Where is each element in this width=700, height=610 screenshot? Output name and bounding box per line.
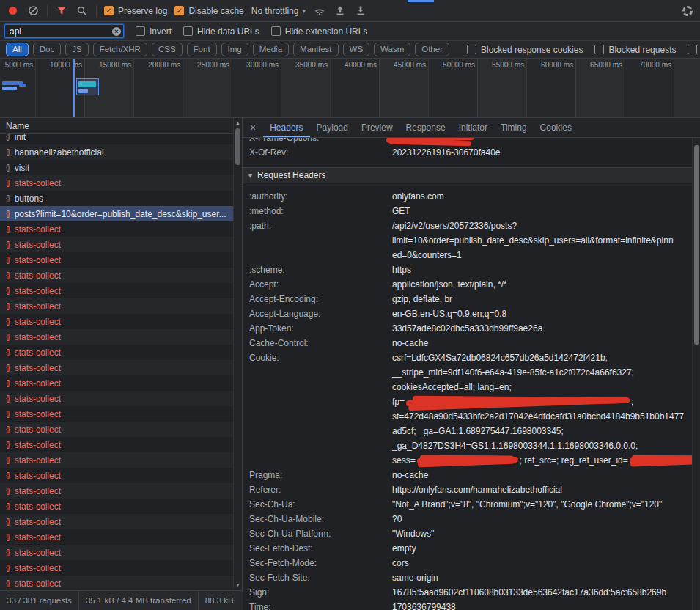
request-row[interactable]: {}stats-collect — [0, 391, 233, 406]
request-row[interactable]: {}stats-collect — [0, 437, 233, 452]
checkbox-checked-icon[interactable]: ✓ — [104, 6, 114, 15]
clear-button[interactable] — [26, 4, 40, 18]
request-row[interactable]: {}stats-collect — [0, 514, 233, 529]
header-value: 1703636799438 — [392, 600, 692, 610]
record-button[interactable] — [6, 4, 19, 18]
import-har-button[interactable] — [334, 4, 347, 18]
search-button[interactable] — [75, 4, 89, 18]
script-icon: {} — [6, 225, 10, 233]
scroll-down-icon[interactable]: ▼ — [234, 581, 242, 589]
filter-toggle-3rd-party-requests[interactable]: 3rd-party requests — [688, 45, 700, 55]
hide-extension-urls-toggle[interactable]: Hide extension URLs — [271, 26, 368, 37]
request-row[interactable]: {}hannahelizabethofficial — [0, 144, 233, 160]
header-value: en-GB,en-US;q=0.9,en;q=0.8 — [392, 306, 692, 321]
filter-chip-media[interactable]: Media — [253, 43, 289, 56]
checkbox-icon[interactable] — [688, 45, 697, 54]
request-row[interactable]: {}stats-collect — [0, 252, 233, 268]
scrollbar-thumb[interactable] — [235, 128, 240, 165]
filter-chip-css[interactable]: CSS — [152, 43, 183, 56]
request-row[interactable]: {}posts?limit=10&order=publish_date_desc… — [0, 206, 233, 221]
request-row[interactable]: {}stats-collect — [0, 406, 233, 422]
header-row: App-Token:33d57ade8c02dbc5a333db99ff9ae2… — [243, 321, 692, 336]
export-har-button[interactable] — [354, 4, 367, 18]
request-row[interactable]: {}stats-collect — [0, 175, 233, 191]
request-name: visit — [15, 163, 30, 173]
request-row[interactable]: {}stats-collect — [0, 422, 233, 437]
request-row[interactable]: {}stats-collect — [0, 545, 233, 560]
tab-response[interactable]: Response — [399, 118, 452, 137]
checkbox-icon[interactable] — [467, 45, 476, 54]
invert-toggle[interactable]: Invert — [136, 26, 172, 37]
request-list-scrollbar[interactable]: ▲ ▼ — [233, 118, 242, 590]
request-row[interactable]: {}stats-collect — [0, 360, 233, 375]
time-label: 40000 ms — [325, 61, 377, 69]
request-row[interactable]: {}stats-collect — [0, 452, 233, 468]
chevron-down-icon: ▾ — [302, 7, 306, 15]
checkbox-icon[interactable] — [136, 26, 145, 36]
network-conditions-button[interactable] — [313, 4, 326, 18]
tab-headers[interactable]: Headers — [263, 118, 309, 137]
filter-chip-manifest[interactable]: Manifest — [293, 43, 338, 56]
tab-timing[interactable]: Timing — [494, 118, 534, 137]
request-row[interactable]: {}stats-collect — [0, 375, 233, 391]
filter-chip-other[interactable]: Other — [415, 43, 449, 56]
checkbox-icon[interactable] — [183, 26, 193, 36]
request-row[interactable]: {}stats-collect — [0, 529, 233, 545]
detail-scrollbar[interactable] — [692, 138, 700, 610]
tab-preview[interactable]: Preview — [355, 118, 399, 137]
filter-chip-doc[interactable]: Doc — [33, 43, 61, 56]
clear-filter-icon[interactable]: × — [112, 27, 121, 36]
request-row[interactable]: {}stats-collect — [0, 483, 233, 499]
request-headers-section[interactable]: ▾ Request Headers — [243, 167, 692, 183]
tab-cookies[interactable]: Cookies — [534, 118, 578, 137]
request-row[interactable]: {}stats-collect — [0, 298, 233, 314]
request-row[interactable]: {}stats-collect — [0, 283, 233, 298]
disclosure-caret-icon[interactable]: ▾ — [248, 172, 252, 180]
scrollbar-thumb[interactable] — [694, 145, 699, 345]
request-row[interactable]: {}stats-collect — [0, 237, 233, 252]
checkbox-icon[interactable] — [271, 26, 281, 36]
request-row[interactable]: {}stats-collect — [0, 560, 233, 576]
tab-payload[interactable]: Payload — [310, 118, 355, 137]
filter-chip-wasm[interactable]: Wasm — [374, 43, 410, 56]
filter-chip-img[interactable]: Img — [221, 43, 248, 56]
request-row[interactable]: {}visit — [0, 160, 233, 175]
detail-tabs: HeadersPayloadPreviewResponseInitiatorTi… — [263, 118, 578, 137]
preserve-log-toggle[interactable]: ✓ Preserve log — [104, 6, 167, 16]
request-row[interactable]: {}stats-collect — [0, 268, 233, 283]
close-detail-button[interactable]: × — [250, 118, 256, 137]
network-overview-timeline[interactable]: 5000 ms10000 ms15000 ms20000 ms25000 ms3… — [0, 59, 700, 118]
filter-toggle-blocked-requests[interactable]: Blocked requests — [594, 45, 676, 55]
script-icon: {} — [6, 194, 10, 202]
disable-cache-toggle[interactable]: ✓ Disable cache — [174, 6, 243, 16]
request-row[interactable]: {}stats-collect — [0, 499, 233, 514]
filter-chip-font[interactable]: Font — [187, 43, 217, 56]
filter-chip-fetch-xhr[interactable]: Fetch/XHR — [93, 43, 147, 56]
request-row[interactable]: {}stats-collect — [0, 314, 233, 329]
name-column-header[interactable]: Name — [0, 118, 242, 134]
header-name: Sign: — [243, 585, 392, 600]
request-row[interactable]: {}stats-collect — [0, 345, 233, 360]
checkbox-checked-icon[interactable]: ✓ — [174, 6, 184, 15]
hide-data-urls-toggle[interactable]: Hide data URLs — [183, 26, 259, 37]
filter-chip-all[interactable]: All — [6, 43, 29, 56]
filter-chip-ws[interactable]: WS — [343, 43, 370, 56]
header-name: Cache-Control: — [243, 336, 392, 350]
filter-chip-js[interactable]: JS — [65, 43, 88, 56]
header-name: :scheme: — [243, 262, 392, 277]
request-row[interactable]: {}stats-collect — [0, 468, 233, 483]
scroll-up-icon[interactable]: ▲ — [234, 119, 242, 128]
request-row[interactable]: {}buttons — [0, 191, 233, 206]
filter-button[interactable] — [55, 4, 68, 18]
request-row[interactable]: {}stats-collect — [0, 576, 233, 590]
request-name: stats-collect — [15, 363, 61, 373]
tab-initiator[interactable]: Initiator — [452, 118, 494, 137]
request-row[interactable]: {}stats-collect — [0, 221, 233, 237]
throttling-select[interactable]: No throttling ▾ — [251, 6, 306, 16]
settings-button[interactable] — [681, 4, 694, 18]
filter-input[interactable] — [4, 24, 124, 38]
checkbox-icon[interactable] — [594, 45, 604, 54]
request-row[interactable]: {}stats-collect — [0, 329, 233, 345]
request-row[interactable]: {}init — [0, 134, 233, 144]
filter-toggle-blocked-response-cookies[interactable]: Blocked response cookies — [467, 45, 583, 55]
